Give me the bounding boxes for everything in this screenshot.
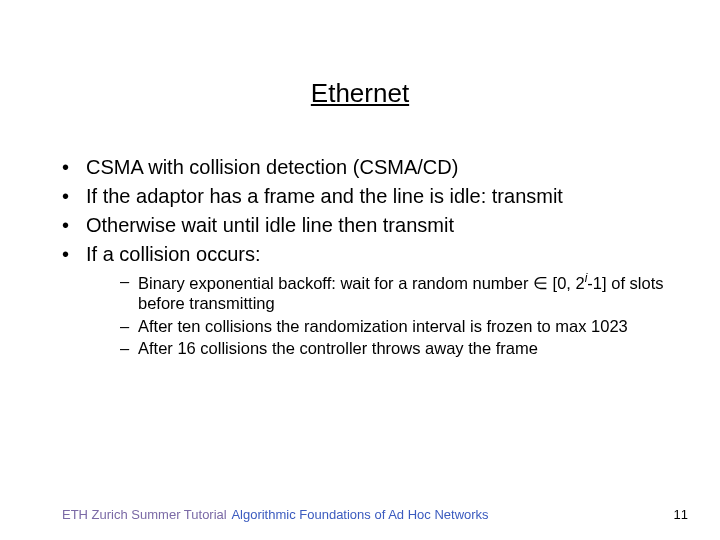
bullet-item: If a collision occurs: — [60, 242, 670, 267]
sub-bullet-item: Binary exponential backoff: wait for a r… — [120, 271, 670, 314]
bullet-item: Otherwise wait until idle line then tran… — [60, 213, 670, 238]
sub-bullet-item: After 16 collisions the controller throw… — [120, 338, 670, 359]
bullet-item: If the adaptor has a frame and the line … — [60, 184, 670, 209]
bullet-item: CSMA with collision detection (CSMA/CD) — [60, 155, 670, 180]
page-number: 11 — [674, 507, 688, 522]
slide-body: CSMA with collision detection (CSMA/CD) … — [60, 155, 670, 361]
sub-bullet-item: After ten collisions the randomization i… — [120, 316, 670, 337]
sub-bullet-list: Binary exponential backoff: wait for a r… — [60, 271, 670, 359]
slide: Ethernet CSMA with collision detection (… — [0, 0, 720, 540]
slide-title: Ethernet — [0, 78, 720, 109]
sub-text: Binary exponential backoff: wait for a r… — [138, 274, 585, 292]
footer-center: Algorithmic Foundations of Ad Hoc Networ… — [0, 507, 720, 522]
bullet-list: CSMA with collision detection (CSMA/CD) … — [60, 155, 670, 267]
